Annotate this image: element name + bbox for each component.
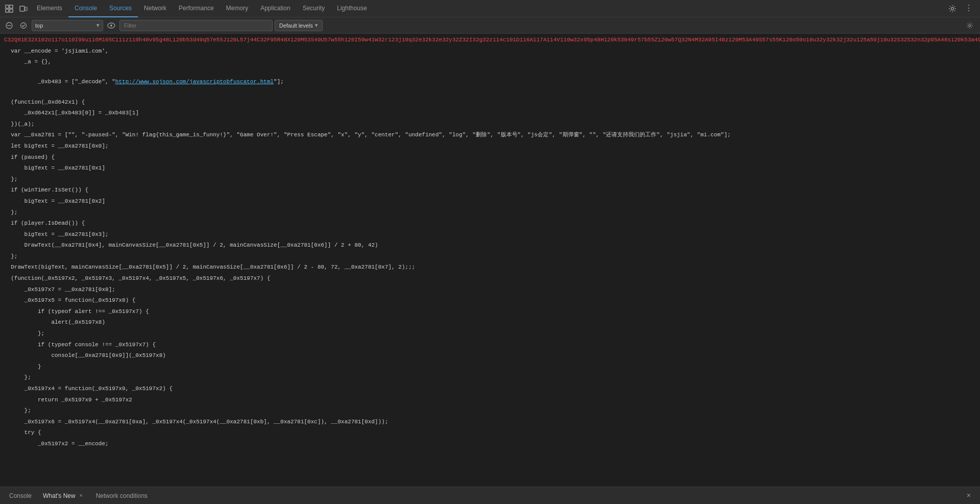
code-line-10: bigText = __0xa2781[0x1]	[0, 163, 980, 174]
svg-point-11	[110, 25, 112, 27]
code-line-22: _0x5197x5 = function(_0x5197x8) {	[0, 295, 980, 306]
tab-lighthouse[interactable]: Lighthouse	[331, 0, 373, 17]
code-line-6: })(_a);	[0, 119, 980, 130]
tab-security[interactable]: Security	[297, 0, 331, 17]
preserve-log-btn[interactable]	[17, 19, 30, 32]
code-line-5: _0xd642x1[_0xb483[0]] = _0xb483[1]	[0, 108, 980, 119]
code-line-1: var __encode = 'jsjiami.com',	[0, 46, 980, 57]
code-line-18: };	[0, 251, 980, 262]
code-line-12: if (winTimer.IsSet()) {	[0, 185, 980, 196]
code-line-21: _0x5197x7 = __0xa2781[0x8];	[0, 284, 980, 296]
tab-console[interactable]: Console	[68, 0, 103, 17]
tab-sources[interactable]: Sources	[103, 0, 138, 17]
more-icon-btn[interactable]: ⋮	[962, 2, 976, 16]
code-line-19: DrawText(bigText, mainCanvasSize[__0xa27…	[0, 262, 980, 273]
bottom-tab-bar: Console What's New × Network conditions …	[0, 487, 980, 504]
code-line-30: _0x5197x4 = function(_0x5197x9, _0x5197x…	[0, 383, 980, 395]
code-line-2: _a = {},	[0, 57, 980, 68]
clear-console-btn[interactable]	[3, 19, 15, 32]
code-line-25: };	[0, 328, 980, 340]
sojson-link[interactable]: http://www.sojson.com/javascriptobfuscat…	[115, 79, 274, 85]
code-line-17: DrawText(__0xa2781[0x4], mainCanvasSize[…	[0, 240, 980, 251]
bottom-bar-right: ×	[962, 489, 976, 503]
code-line-34: try {	[0, 427, 980, 439]
bottom-tab-whats-new[interactable]: What's New ×	[38, 489, 90, 503]
svg-point-12	[969, 25, 971, 27]
code-line-16: bigText = __0xa2781[0x3];	[0, 229, 980, 241]
tab-elements[interactable]: Elements	[31, 0, 68, 17]
console-toolbar: top ▾ Default levels ▾	[0, 17, 980, 34]
bottom-tab-console[interactable]: Console	[4, 489, 37, 503]
code-line-15: if (player.IsDead()) {	[0, 218, 980, 229]
javascript-context-select[interactable]: top ▾	[32, 20, 103, 31]
device-toggle-btn[interactable]	[16, 2, 31, 16]
code-output-area[interactable]: C32Q61E32X102o117o110I99u116M105C111z110…	[0, 34, 980, 487]
tab-bar-actions: ⋮	[945, 2, 980, 16]
code-line-23: if (typeof alert !== _0x5197x7) {	[0, 306, 980, 318]
devtools-tab-bar: Elements Console Sources Network Perform…	[0, 0, 980, 17]
svg-point-9	[21, 22, 27, 28]
tab-memory[interactable]: Memory	[220, 0, 254, 17]
code-line-28: }	[0, 362, 980, 373]
svg-rect-5	[25, 7, 27, 11]
code-line-24: alert(_0x5197x8)	[0, 317, 980, 328]
svg-point-6	[951, 7, 954, 10]
tab-application[interactable]: Application	[254, 0, 297, 17]
settings-icon-btn[interactable]	[945, 2, 960, 16]
code-line-31: return _0x5197x9 + _0x5197x2	[0, 395, 980, 406]
svg-rect-0	[6, 5, 9, 8]
close-whats-new-btn[interactable]: ×	[78, 492, 85, 499]
svg-rect-1	[10, 5, 13, 8]
code-line-11: };	[0, 174, 980, 185]
code-line-4: (function(_0xd642x1) {	[0, 97, 980, 108]
inspect-icon-btn[interactable]	[2, 2, 16, 16]
tab-network[interactable]: Network	[138, 0, 173, 17]
svg-rect-4	[20, 6, 24, 11]
filter-input[interactable]	[119, 20, 273, 31]
chevron-down-icon: ▾	[96, 22, 100, 29]
code-line-35: _0x5197x2 = __encode;	[0, 439, 980, 450]
code-line-8: let bigText = __0xa2781[0x0];	[0, 141, 980, 152]
code-line-26: if (typeof console !== _0x5197x7) {	[0, 340, 980, 351]
live-expression-btn[interactable]	[105, 19, 117, 32]
code-line-29: };	[0, 372, 980, 383]
tab-performance[interactable]: Performance	[173, 0, 220, 17]
close-drawer-btn[interactable]: ×	[962, 489, 976, 503]
log-levels-select[interactable]: Default levels ▾	[275, 20, 323, 31]
code-line-33: _0x5197x6 = _0x5197x4(__0xa2781[0xa], _0…	[0, 417, 980, 428]
svg-rect-2	[6, 9, 9, 12]
code-line-14: };	[0, 207, 980, 219]
code-line-3: _0xb483 = ["_decode", "http://www.sojson…	[0, 68, 980, 97]
bottom-tab-network-conditions[interactable]: Network conditions	[91, 489, 153, 503]
toolbar-right-actions	[963, 18, 977, 33]
svg-rect-3	[10, 9, 13, 12]
code-line-7: var __0xa2781 = ["", "-paused-", "Win! f…	[0, 130, 980, 141]
code-line-9: if (paused) {	[0, 152, 980, 163]
code-line-32: };	[0, 405, 980, 417]
code-line-20: (function(_0x5197x2, _0x5197x3, _0x5197x…	[0, 273, 980, 284]
chevron-down-icon: ▾	[315, 22, 318, 29]
code-line-13: bigText = __0xa2781[0x2]	[0, 196, 980, 207]
console-settings-btn[interactable]	[963, 18, 977, 33]
code-line-27: console[__0xa2781[0x9]](_0x5197x8)	[0, 350, 980, 362]
obfuscated-line: C32Q61E32X102o117o110I99u116M105C111z110…	[0, 35, 980, 46]
